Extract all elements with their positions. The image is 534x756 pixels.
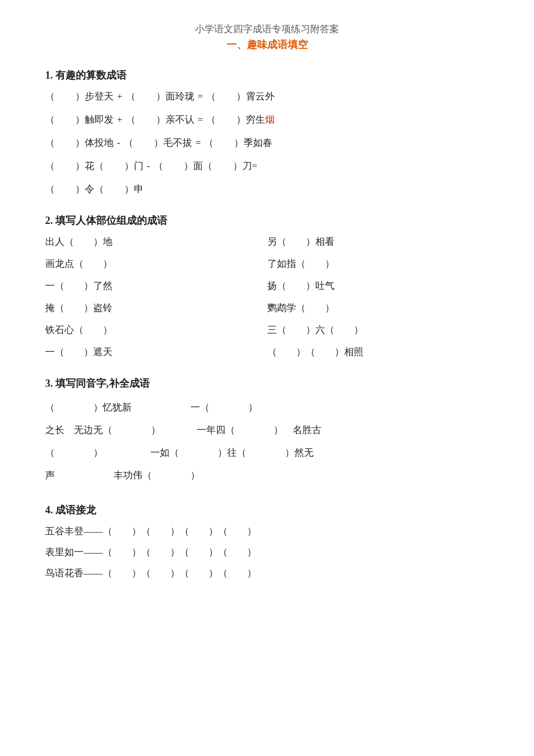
open-paren: （ (206, 90, 216, 103)
section1-line1: （ ）步登天 + （ ）面玲珑 = （ ）霄云外 (45, 90, 489, 103)
section1-line2: （ ）触即发 + （ ）亲不认 = （ ）穷生烟 (45, 113, 489, 126)
blank (55, 161, 75, 172)
section3-row1: （ ）忆犹新 一（ ） (45, 398, 489, 417)
text: ）步登天 (75, 90, 114, 103)
text: ）霄云外 (236, 90, 275, 103)
open-paren: （ (206, 113, 216, 126)
blank (136, 91, 156, 102)
text: ）花（ (75, 159, 104, 172)
s2-line2-left: 画龙点（ ） (45, 257, 267, 270)
section1-line4: （ ）花（ ）门 - （ ）面（ ）刀= (45, 159, 489, 172)
section-4: 4. 成语接龙 五谷丰登——（ ）（ ）（ ）（ ） 表里如一——（ ）（ ）（… (45, 503, 489, 580)
blank (216, 114, 236, 126)
section2-grid: 出人（ ）地 另（ ）相看 画龙点（ ） 了如指（ ） 一（ ）了然 扬（ ）吐… (45, 235, 489, 358)
text: ）亲不认 (156, 113, 194, 126)
text: ）刀= (233, 159, 258, 172)
s2-line3-left: 一（ ）了然 (45, 279, 267, 292)
op: = (198, 91, 203, 102)
op: = (196, 137, 201, 149)
blank (163, 161, 184, 172)
blank (55, 91, 75, 102)
op: = (198, 114, 203, 126)
section3-content: （ ）忆犹新 一（ ） 之长 无边无（ ） 一年四（ ） 名胜古 （ ） 一如（… (45, 398, 489, 485)
text: ）季如春 (234, 136, 272, 149)
section-4-title: 4. 成语接龙 (45, 503, 489, 517)
s2-line1-left: 出人（ ）地 (45, 235, 267, 248)
text: ）门 (124, 159, 144, 172)
open-paren: （ (154, 159, 163, 172)
open-paren: （ (126, 90, 136, 103)
blank (133, 137, 154, 149)
s2-line2-right: 了如指（ ） (267, 257, 489, 270)
op: + (117, 114, 123, 126)
text: ）体投地 (75, 136, 114, 149)
text: ）毛不拔 (154, 136, 192, 149)
blank (214, 137, 234, 149)
text: ）触即发 (75, 113, 114, 126)
s2-line4-left: 掩（ ）盗铃 (45, 301, 267, 314)
red-text: 烟 (265, 113, 275, 126)
op: + (117, 91, 123, 102)
text: ）穷生 (236, 113, 265, 126)
section1-line5: （ ）令（ ）申 (45, 183, 489, 196)
section4-chain1: 五谷丰登——（ ）（ ）（ ）（ ） (45, 525, 489, 538)
page-header: 小学语文四字成语专项练习附答案 一、趣味成语填空 (45, 23, 489, 51)
open-paren: （ (204, 136, 214, 149)
text: ）面（ (184, 159, 212, 172)
op: - (117, 137, 120, 149)
page-subtitle: 一、趣味成语填空 (45, 38, 489, 51)
s2-line5-right: 三（ ）六（ ） (267, 323, 489, 336)
section3-row4: 声 丰功伟（ ） (45, 466, 489, 485)
blank (55, 137, 75, 149)
blank (104, 161, 124, 172)
text: ）申 (124, 183, 144, 196)
page-title: 小学语文四字成语专项练习附答案 (45, 23, 489, 36)
section-3: 3. 填写同音字,补全成语 （ ）忆犹新 一（ ） 之长 无边无（ ） 一年四（… (45, 377, 489, 485)
blank (136, 114, 156, 126)
s2-line3-right: 扬（ ）吐气 (267, 279, 489, 292)
section-1-title: 1. 有趣的算数成语 (45, 68, 489, 82)
s2-line6-left: 一（ ）遮天 (45, 345, 267, 358)
section3-row2: 之长 无边无（ ） 一年四（ ） 名胜古 (45, 421, 489, 440)
op: - (147, 161, 150, 172)
open-paren: （ (45, 136, 55, 149)
open-paren: （ (124, 136, 133, 149)
section-2-title: 2. 填写人体部位组成的成语 (45, 214, 489, 227)
s2-line4-right: 鹦鹉学（ ） (267, 301, 489, 314)
open-paren: （ (45, 113, 55, 126)
open-paren: （ (45, 183, 55, 196)
section4-chain2: 表里如一——（ ）（ ）（ ）（ ） (45, 546, 489, 559)
open-paren: （ (45, 159, 55, 172)
section1-line3: （ ）体投地 - （ ）毛不拔 = （ ）季如春 (45, 136, 489, 149)
section4-chain3: 鸟语花香——（ ）（ ）（ ）（ ） (45, 567, 489, 580)
s2-line1-right: 另（ ）相看 (267, 235, 489, 248)
text: ）令（ (75, 183, 104, 196)
text: ）面玲珑 (156, 90, 194, 103)
open-paren: （ (45, 90, 55, 103)
s2-line6-right: （ ）（ ）相照 (267, 345, 489, 358)
section-1: 1. 有趣的算数成语 （ ）步登天 + （ ）面玲珑 = （ ）霄云外 （ ）触… (45, 68, 489, 196)
blank (55, 184, 75, 195)
blank (216, 91, 236, 102)
blank (55, 114, 75, 126)
s2-line5-left: 铁石心（ ） (45, 323, 267, 336)
open-paren: （ (126, 113, 136, 126)
section3-row3: （ ） 一如（ ）往（ ）然无 (45, 443, 489, 463)
blank (212, 161, 233, 172)
section-3-title: 3. 填写同音字,补全成语 (45, 377, 489, 390)
section-2: 2. 填写人体部位组成的成语 出人（ ）地 另（ ）相看 画龙点（ ） 了如指（… (45, 214, 489, 358)
blank (104, 184, 124, 195)
